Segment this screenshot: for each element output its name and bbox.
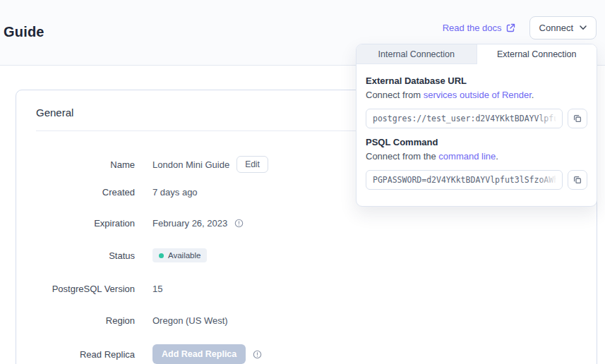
status-dot-icon — [159, 253, 164, 258]
external-link-icon — [506, 23, 515, 32]
tab-internal-connection[interactable]: Internal Connection — [357, 44, 477, 64]
description-text: Connect from the — [366, 151, 438, 162]
psql-command-description: Connect from the command line. — [366, 151, 587, 162]
row-expiration: Expiration February 26, 2023 — [16, 218, 582, 229]
status-badge-label: Available — [168, 251, 200, 260]
read-replica-info-icon[interactable] — [253, 350, 262, 359]
external-db-url-input[interactable] — [366, 109, 563, 128]
read-the-docs-link[interactable]: Read the docs — [443, 23, 515, 33]
description-suffix: . — [532, 90, 534, 100]
page-title: Guide — [4, 24, 44, 40]
external-db-url-field-wrap — [366, 109, 563, 128]
connect-button[interactable]: Connect — [529, 16, 597, 40]
services-outside-render-link[interactable]: services outside of Render — [424, 90, 532, 100]
row-postgres-version-value: 15 — [152, 284, 162, 294]
popover-body: External Database URL Connect from servi… — [357, 64, 597, 207]
edit-name-button[interactable]: Edit — [236, 156, 268, 173]
psql-command-input[interactable] — [366, 170, 563, 190]
row-region-label: Region — [16, 315, 135, 326]
copy-psql-command-button[interactable] — [568, 170, 587, 190]
connect-popover: Internal Connection External Connection … — [356, 44, 597, 207]
row-postgres-version: PostgreSQL Version 15 — [16, 284, 582, 294]
add-read-replica-button[interactable]: Add Read Replica — [152, 344, 246, 364]
row-postgres-version-label: PostgreSQL Version — [16, 284, 135, 294]
row-read-replica: Read Replica Add Read Replica — [16, 344, 582, 364]
read-the-docs-label: Read the docs — [443, 23, 502, 33]
psql-command-heading: PSQL Command — [366, 137, 587, 147]
header-actions: Read the docs Connect — [443, 16, 597, 40]
connect-button-label: Connect — [539, 23, 573, 33]
expiration-info-icon[interactable] — [234, 219, 244, 228]
copy-icon — [573, 175, 582, 185]
external-db-url-description: Connect from services outside of Render. — [366, 90, 587, 100]
connection-tabs: Internal Connection External Connection — [357, 44, 597, 64]
tab-external-connection[interactable]: External Connection — [477, 44, 597, 64]
status-badge: Available — [152, 248, 207, 262]
description-suffix: . — [496, 151, 498, 162]
row-expiration-label: Expiration — [16, 218, 135, 229]
row-region-value: Oregon (US West) — [152, 315, 228, 326]
row-read-replica-label: Read Replica — [16, 349, 135, 360]
row-name-label: Name — [16, 159, 135, 170]
row-status: Status Available — [16, 248, 582, 262]
row-created-label: Created — [16, 187, 135, 198]
row-expiration-value: February 26, 2023 — [152, 218, 227, 229]
general-card-heading: General — [36, 107, 73, 119]
row-name-value: London Mini Guide — [152, 159, 229, 170]
psql-command-field-wrap — [366, 170, 563, 190]
copy-icon — [573, 114, 582, 123]
row-created-value: 7 days ago — [152, 187, 198, 198]
command-line-link[interactable]: command line — [438, 151, 496, 162]
row-region: Region Oregon (US West) — [16, 315, 582, 326]
copy-external-url-button[interactable] — [568, 109, 587, 128]
chevron-down-icon — [580, 25, 587, 30]
external-db-url-heading: External Database URL — [366, 75, 587, 86]
row-status-label: Status — [16, 250, 135, 261]
description-text: Connect from — [366, 90, 424, 100]
